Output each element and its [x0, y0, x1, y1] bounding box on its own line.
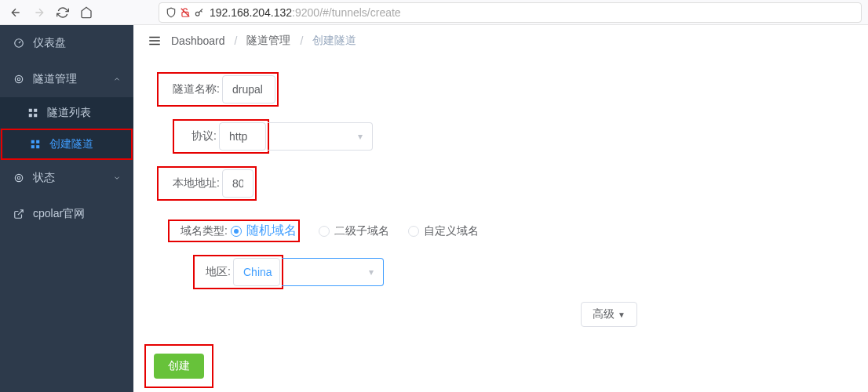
- hamburger-icon[interactable]: [148, 34, 162, 48]
- sidebar-item-cpolar-site[interactable]: cpolar官网: [0, 196, 133, 232]
- chevron-down-icon: ▾: [358, 131, 363, 142]
- breadcrumb-sep: /: [235, 34, 238, 47]
- highlight-box: 本地地址:: [157, 166, 257, 201]
- chevron-down-icon: [113, 172, 121, 184]
- radio-random-domain[interactable]: 随机域名: [231, 223, 297, 239]
- highlight-box: 创建: [144, 344, 213, 388]
- sidebar-item-status[interactable]: 状态: [0, 160, 133, 196]
- highlight-box: 隧道名称:: [157, 72, 279, 107]
- breadcrumb-dashboard[interactable]: Dashboard: [171, 34, 225, 47]
- svg-rect-13: [36, 145, 39, 148]
- grid-icon: [29, 138, 42, 151]
- sidebar-item-tunnel-list[interactable]: 隧道列表: [0, 97, 133, 129]
- reload-icon: [57, 6, 69, 19]
- highlight-box: 协议: http: [173, 119, 269, 154]
- caret-down-icon: ▼: [618, 310, 625, 319]
- main-content: Dashboard / 隧道管理 / 创建隧道 隧道名称: 协议: http: [133, 25, 868, 392]
- svg-rect-7: [34, 109, 37, 112]
- radio-subdomain[interactable]: 二级子域名: [319, 224, 389, 238]
- addr-label: 本地地址:: [160, 176, 223, 191]
- sidebar: 仪表盘 隧道管理 隧道列表 创建隧道 状态 cpolar官网: [0, 25, 133, 392]
- breadcrumb-tunnel-mgmt[interactable]: 隧道管理: [246, 34, 290, 48]
- region-label: 地区:: [196, 265, 234, 279]
- domain-type-label: 域名类型:: [171, 224, 231, 238]
- proto-value-display: http: [219, 122, 266, 151]
- sidebar-item-create-tunnel[interactable]: 创建隧道: [1, 129, 133, 160]
- arrow-left-icon: [9, 6, 22, 19]
- radio-label: 二级子域名: [334, 224, 389, 238]
- svg-point-15: [17, 176, 20, 180]
- svg-rect-6: [29, 109, 32, 112]
- breadcrumb-current: 创建隧道: [312, 34, 356, 48]
- page-header: Dashboard / 隧道管理 / 创建隧道: [133, 25, 868, 56]
- proto-label: 协议:: [176, 129, 220, 143]
- chevron-down-icon: ▾: [369, 267, 374, 278]
- key-icon: [194, 7, 205, 18]
- highlight-box: 地区: China: [193, 255, 283, 289]
- sidebar-label: cpolar官网: [33, 207, 85, 221]
- dashboard-icon: [13, 37, 25, 49]
- radio-dot-icon: [319, 226, 330, 237]
- svg-point-2: [195, 12, 199, 16]
- region-value-display: China: [233, 258, 280, 286]
- circle-icon: [13, 73, 25, 85]
- svg-rect-9: [34, 114, 37, 117]
- sidebar-label: 隧道列表: [47, 106, 91, 120]
- forward-button[interactable]: [30, 3, 49, 22]
- back-button[interactable]: [6, 3, 25, 22]
- advanced-label: 高级: [593, 307, 615, 321]
- radio-label: 随机域名: [246, 223, 297, 239]
- svg-rect-8: [29, 114, 32, 117]
- highlight-box: 域名类型: 随机域名: [168, 220, 300, 242]
- shield-icon: [166, 7, 177, 18]
- home-button[interactable]: [77, 3, 96, 22]
- home-icon: [80, 6, 93, 19]
- proto-select[interactable]: ▾: [268, 122, 373, 151]
- external-link-icon: [13, 208, 25, 220]
- reload-button[interactable]: [53, 3, 72, 22]
- region-select[interactable]: ▾: [282, 258, 384, 286]
- lock-broken-icon: [180, 7, 191, 18]
- radio-custom-domain[interactable]: 自定义域名: [408, 224, 479, 238]
- svg-rect-12: [31, 145, 35, 148]
- chevron-up-icon: [113, 73, 121, 85]
- sidebar-item-tunnel-mgmt[interactable]: 隧道管理: [0, 61, 133, 97]
- svg-rect-10: [31, 140, 35, 143]
- arrow-right-icon: [33, 6, 46, 19]
- advanced-button[interactable]: 高级 ▼: [581, 302, 637, 327]
- radio-dot-icon: [408, 226, 419, 237]
- sidebar-label: 状态: [33, 171, 55, 185]
- sidebar-item-dashboard[interactable]: 仪表盘: [0, 25, 133, 61]
- radio-label: 自定义域名: [424, 224, 479, 238]
- sidebar-label: 仪表盘: [33, 36, 66, 50]
- browser-toolbar: 192.168.204.132:9200/#/tunnels/create: [0, 0, 868, 25]
- name-label: 隧道名称:: [160, 82, 223, 96]
- circle-icon: [13, 172, 25, 184]
- url-text: 192.168.204.132:9200/#/tunnels/create: [210, 6, 401, 19]
- sidebar-label: 隧道管理: [33, 72, 77, 86]
- svg-point-5: [17, 78, 20, 81]
- create-label: 创建: [168, 359, 190, 372]
- breadcrumb-sep: /: [300, 34, 303, 47]
- radio-dot-icon: [231, 226, 242, 237]
- local-addr-input[interactable]: [222, 169, 253, 198]
- tunnel-name-input[interactable]: [222, 75, 275, 103]
- sidebar-label: 创建隧道: [49, 137, 93, 151]
- grid-icon: [27, 107, 39, 119]
- address-bar[interactable]: 192.168.204.132:9200/#/tunnels/create: [159, 2, 862, 23]
- svg-rect-11: [36, 140, 39, 143]
- svg-point-4: [15, 75, 22, 82]
- create-button[interactable]: 创建: [154, 354, 204, 379]
- svg-point-14: [15, 174, 22, 181]
